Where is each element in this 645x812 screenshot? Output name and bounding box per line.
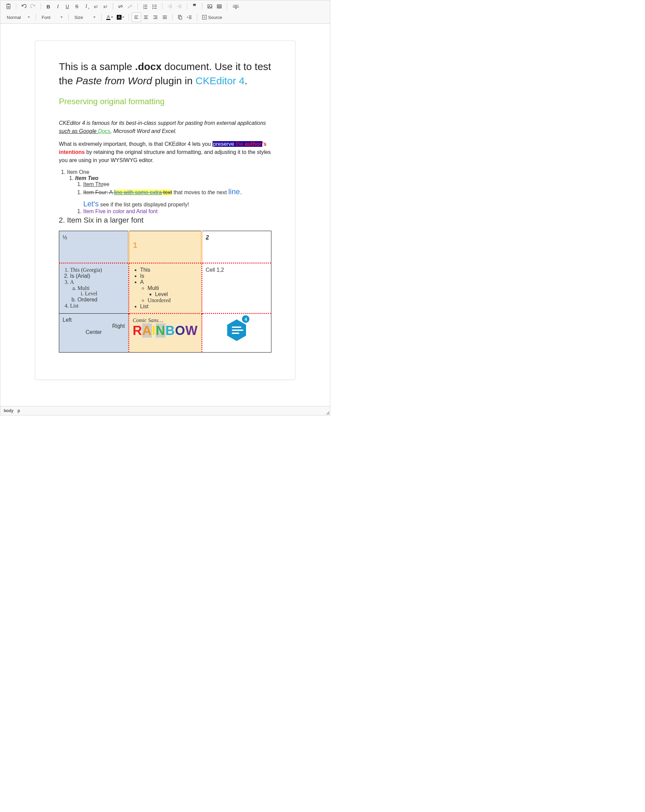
path-body[interactable]: body	[4, 408, 14, 413]
table-cell: Cell 1,2	[202, 263, 271, 314]
document-page: This is a sample .docx document. Use it …	[35, 41, 295, 380]
list-item: Item Three	[83, 182, 271, 188]
sample-table: ½ 1 2 This (Georgia) Is (Arial) A Multi	[59, 231, 271, 353]
elements-path-bar: body p	[0, 406, 330, 415]
list-item: Item One Item Two Item Three Item Four: …	[67, 169, 271, 215]
justify-button[interactable]	[160, 12, 170, 22]
table-cell: 4	[202, 314, 271, 353]
editing-area[interactable]: This is a sample .docx document. Use it …	[0, 24, 330, 406]
table-cell: Left Right Center	[59, 314, 129, 353]
svg-line-3	[128, 5, 132, 8]
table-button[interactable]	[214, 2, 224, 11]
docs-link[interactable]: Docs	[98, 128, 110, 134]
strike-button[interactable]: S	[72, 2, 81, 11]
list-item: Item Six in a larger font	[67, 216, 271, 224]
align-center-button[interactable]	[141, 12, 151, 22]
path-p[interactable]: p	[18, 408, 20, 413]
page-title: This is a sample .docx document. Use it …	[59, 60, 271, 88]
svg-rect-46	[202, 15, 206, 19]
editor-wrapper: W B I U S Ix x2 x2	[0, 0, 330, 415]
unlink-button[interactable]	[125, 2, 135, 11]
spellcheck-button[interactable]: ABC	[230, 2, 242, 11]
svg-rect-24	[217, 5, 221, 8]
toolbar: W B I U S Ix x2 x2	[0, 0, 330, 24]
image-button[interactable]	[205, 2, 214, 11]
superscript-button[interactable]: x2	[101, 2, 110, 11]
redo-button[interactable]	[28, 2, 38, 11]
paragraph-2: What is extremely important, though, is …	[59, 140, 271, 165]
bulleted-list-button[interactable]	[150, 2, 159, 11]
table-cell: 1	[128, 231, 202, 263]
svg-rect-42	[179, 16, 182, 19]
blockquote-button[interactable]: ❞	[190, 2, 199, 11]
size-select[interactable]: Size	[72, 12, 98, 22]
svg-text:3: 3	[143, 8, 145, 9]
table-cell: This (Georgia) Is (Arial) A Multi Level …	[59, 263, 129, 314]
svg-point-47	[204, 17, 205, 18]
toolbar-row-2: Normal Font Size A A	[2, 12, 328, 23]
underline-button[interactable]: U	[63, 2, 72, 11]
list-item: Item Five in color and Arial font	[83, 208, 271, 215]
svg-rect-1	[8, 4, 9, 5]
svg-text:W: W	[8, 6, 10, 8]
table-cell: ½	[59, 231, 129, 263]
table-cell: This Is A Multi Level Unordered List	[128, 263, 202, 314]
ckeditor-link[interactable]: CKEditor 4	[196, 75, 245, 86]
sample-ordered-list: Item One Item Two Item Three Item Four: …	[59, 169, 271, 224]
bold-button[interactable]: B	[44, 2, 53, 11]
paragraph-1: CKEditor 4 is famous for its best-in-cla…	[59, 119, 271, 135]
ckeditor-logo-icon: 4	[227, 317, 246, 341]
toolbar-row-1: W B I U S Ix x2 x2	[2, 2, 328, 12]
bg-color-button[interactable]: A	[115, 12, 126, 22]
link-button[interactable]	[116, 2, 125, 11]
indent-button[interactable]	[174, 2, 184, 11]
source-button[interactable]: Source	[200, 12, 224, 22]
text-color-button[interactable]: A	[104, 12, 115, 22]
paste-from-word-button[interactable]: W	[4, 2, 13, 11]
numbered-list-button[interactable]: 123	[141, 2, 150, 11]
subscript-button[interactable]: x2	[91, 2, 101, 11]
resize-grip-icon[interactable]	[326, 411, 329, 414]
outdent-button[interactable]	[165, 2, 174, 11]
align-left-button[interactable]	[131, 12, 141, 22]
increase-indent-icon[interactable]	[185, 12, 194, 22]
svg-point-10	[153, 5, 154, 6]
svg-point-12	[153, 8, 154, 9]
undo-button[interactable]	[19, 2, 28, 11]
svg-point-11	[153, 6, 154, 8]
table-cell: Comic Sans… RAINBOW	[128, 314, 202, 353]
list-item: Item Two Item Three Item Four: A line wi…	[75, 175, 271, 215]
copy-formatting-button[interactable]	[175, 12, 185, 22]
italic-button[interactable]: I	[53, 2, 63, 11]
align-right-button[interactable]	[151, 12, 160, 22]
remove-format-button[interactable]: Ix	[81, 2, 91, 11]
table-cell: 2	[202, 231, 271, 263]
list-item: Item Four: A line with some extra text t…	[83, 188, 271, 208]
subheading: Preserving original formatting	[59, 97, 271, 106]
format-select[interactable]: Normal	[4, 12, 33, 22]
rainbow-text: RAINBOW	[133, 324, 198, 338]
font-select[interactable]: Font	[38, 12, 66, 22]
